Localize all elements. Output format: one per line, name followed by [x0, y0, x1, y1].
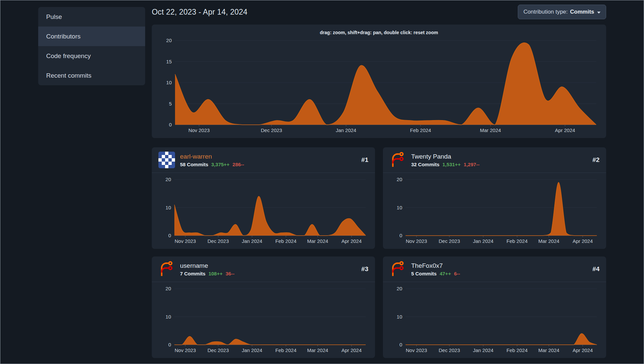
forgejo-logo-avatar[interactable] — [390, 261, 406, 277]
chevron-down-icon — [597, 12, 600, 14]
svg-text:Jan 2024: Jan 2024 — [473, 238, 494, 244]
svg-text:20: 20 — [397, 177, 402, 182]
svg-text:Mar 2024: Mar 2024 — [480, 127, 501, 133]
deletions-count: 1,297-- — [464, 162, 480, 167]
svg-text:20: 20 — [166, 38, 172, 43]
svg-text:Mar 2024: Mar 2024 — [538, 238, 559, 244]
additions-count: 1,531++ — [442, 162, 461, 167]
commit-count: 32 Commits — [411, 162, 439, 167]
svg-text:Feb 2024: Feb 2024 — [506, 238, 527, 244]
forgejo-logo-avatar[interactable] — [390, 152, 406, 168]
svg-text:Mar 2024: Mar 2024 — [307, 347, 328, 353]
svg-text:Nov 2023: Nov 2023 — [175, 347, 196, 353]
deletions-count: 6-- — [454, 271, 460, 276]
additions-count: 3,375++ — [211, 162, 230, 167]
contributor-name-link[interactable]: username — [180, 262, 234, 269]
svg-text:Apr 2024: Apr 2024 — [341, 238, 362, 244]
svg-text:10: 10 — [165, 314, 171, 320]
svg-text:Apr 2024: Apr 2024 — [341, 347, 362, 353]
svg-text:Jan 2024: Jan 2024 — [336, 127, 356, 133]
contributor-card: earl-warren 58 Commits 3,375++ 286-- #1 … — [152, 147, 375, 249]
svg-text:Nov 2023: Nov 2023 — [406, 238, 427, 244]
svg-text:0: 0 — [400, 342, 402, 347]
commit-count: 5 Commits — [411, 271, 437, 276]
svg-text:Feb 2024: Feb 2024 — [275, 347, 296, 353]
contributor-stats: 5 Commits 47++ 6-- — [411, 271, 460, 276]
svg-text:Feb 2024: Feb 2024 — [506, 347, 527, 353]
rank-badge: #1 — [361, 156, 368, 164]
contributor-stats: 7 Commits 108++ 36-- — [180, 271, 234, 276]
contribution-type-value: Commits — [570, 9, 594, 15]
svg-text:Mar 2024: Mar 2024 — [307, 238, 328, 244]
svg-text:Dec 2023: Dec 2023 — [208, 238, 229, 244]
contribution-type-label: Contribution type: — [523, 9, 568, 15]
sidebar-item-code-frequency[interactable]: Code frequency — [38, 46, 145, 66]
svg-text:0: 0 — [169, 122, 172, 127]
deletions-count: 36-- — [226, 271, 234, 276]
contributor-area-chart[interactable]: 01020Nov 2023Dec 2023Jan 2024Feb 2024Mar… — [158, 286, 369, 354]
rank-badge: #4 — [593, 265, 599, 273]
svg-text:20: 20 — [397, 286, 402, 291]
svg-text:Feb 2024: Feb 2024 — [275, 238, 296, 244]
svg-text:Nov 2023: Nov 2023 — [188, 127, 210, 133]
svg-text:Feb 2024: Feb 2024 — [410, 127, 431, 133]
page-title: Oct 22, 2023 - Apr 14, 2024 — [152, 8, 247, 17]
contributor-card-header: Twenty Panda 32 Commits 1,531++ 1,297-- … — [383, 147, 606, 173]
svg-text:Apr 2024: Apr 2024 — [573, 347, 593, 353]
contributor-stats: 32 Commits 1,531++ 1,297-- — [411, 162, 480, 167]
identicon-avatar[interactable] — [158, 152, 175, 168]
contributor-area-chart[interactable]: 01020Nov 2023Dec 2023Jan 2024Feb 2024Mar… — [158, 177, 369, 245]
svg-text:Apr 2024: Apr 2024 — [573, 238, 593, 244]
sidebar-item-pulse[interactable]: Pulse — [38, 7, 145, 27]
contributor-name-link[interactable]: TheFox0x7 — [411, 262, 460, 269]
rank-badge: #3 — [361, 265, 368, 273]
contributor-name-link[interactable]: Twenty Panda — [411, 153, 480, 160]
contributor-card: Twenty Panda 32 Commits 1,531++ 1,297-- … — [383, 147, 606, 249]
svg-text:5: 5 — [169, 101, 172, 107]
svg-text:10: 10 — [165, 205, 171, 210]
svg-text:15: 15 — [166, 59, 172, 64]
svg-text:Jan 2024: Jan 2024 — [473, 347, 494, 353]
forgejo-logo-avatar[interactable] — [158, 261, 175, 277]
sidebar-item-recent-commits[interactable]: Recent commits — [38, 66, 145, 85]
chart-zoom-hint: drag: zoom, shift+drag: pan, double clic… — [158, 30, 599, 35]
deletions-count: 286-- — [232, 162, 244, 167]
contributor-area-chart[interactable]: 01020Nov 2023Dec 2023Jan 2024Feb 2024Mar… — [389, 286, 600, 354]
svg-text:Apr 2024: Apr 2024 — [555, 127, 575, 133]
contributor-card-header: earl-warren 58 Commits 3,375++ 286-- #1 — [152, 147, 375, 173]
svg-text:Jan 2024: Jan 2024 — [242, 347, 262, 353]
svg-text:Mar 2024: Mar 2024 — [538, 347, 559, 353]
commit-count: 58 Commits — [180, 162, 208, 167]
contributor-stats: 58 Commits 3,375++ 286-- — [180, 162, 244, 167]
sidebar-item-contributors[interactable]: Contributors — [38, 27, 145, 46]
contribution-type-dropdown[interactable]: Contribution type: Commits — [518, 5, 606, 19]
rank-badge: #2 — [593, 156, 599, 164]
svg-text:0: 0 — [168, 342, 171, 347]
svg-text:20: 20 — [165, 286, 171, 291]
contributor-card: TheFox0x7 5 Commits 47++ 6-- #4 01020Nov… — [383, 256, 606, 358]
contributions-area-chart[interactable]: 05101520Nov 2023Dec 2023Jan 2024Feb 2024… — [158, 38, 599, 134]
contributor-name-link[interactable]: earl-warren — [180, 153, 244, 160]
contributor-card-header: username 7 Commits 108++ 36-- #3 — [152, 256, 375, 282]
main-content: Oct 22, 2023 - Apr 14, 2024 Contribution… — [152, 0, 606, 358]
commit-count: 7 Commits — [180, 271, 206, 276]
contributor-card: username 7 Commits 108++ 36-- #3 01020No… — [152, 256, 375, 358]
svg-text:Dec 2023: Dec 2023 — [439, 238, 460, 244]
svg-text:10: 10 — [397, 205, 402, 210]
contributions-chart-card: drag: zoom, shift+drag: pan, double clic… — [152, 25, 606, 138]
sidebar: Pulse Contributors Code frequency Recent… — [38, 7, 145, 85]
svg-text:10: 10 — [397, 314, 402, 320]
svg-text:Nov 2023: Nov 2023 — [406, 347, 427, 353]
page-header: Oct 22, 2023 - Apr 14, 2024 Contribution… — [152, 4, 606, 20]
additions-count: 108++ — [209, 271, 223, 276]
contributor-area-chart[interactable]: 01020Nov 2023Dec 2023Jan 2024Feb 2024Mar… — [389, 177, 600, 245]
svg-text:Jan 2024: Jan 2024 — [242, 238, 262, 244]
svg-text:0: 0 — [168, 233, 171, 238]
svg-text:Dec 2023: Dec 2023 — [261, 127, 282, 133]
svg-text:20: 20 — [165, 177, 171, 182]
svg-text:Nov 2023: Nov 2023 — [175, 238, 196, 244]
contributors-grid: earl-warren 58 Commits 3,375++ 286-- #1 … — [152, 147, 606, 358]
svg-text:10: 10 — [166, 80, 172, 85]
svg-text:Dec 2023: Dec 2023 — [208, 347, 229, 353]
contributor-card-header: TheFox0x7 5 Commits 47++ 6-- #4 — [383, 256, 606, 282]
